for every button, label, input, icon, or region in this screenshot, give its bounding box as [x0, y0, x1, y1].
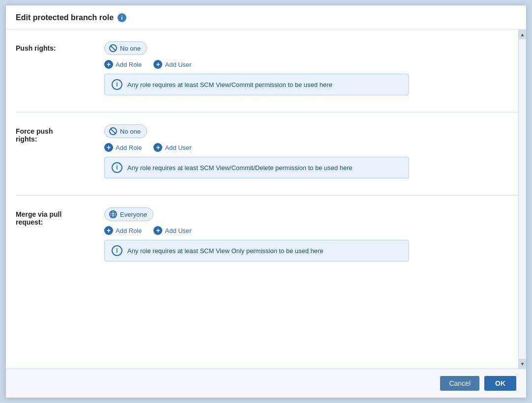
force-push-add-role-label: Add Role [116, 144, 142, 151]
force-push-rights-info-box: i Any role requires at least SCM View/Co… [104, 157, 409, 178]
force-push-rights-section: Force pushrights: No one [16, 113, 518, 196]
edit-protected-branch-dialog: Edit protected branch role i Push rights… [5, 5, 527, 398]
dialog-footer: Cancel OK [6, 369, 526, 398]
force-push-rights-tag-text: No one [120, 128, 141, 135]
merge-info-text: Any role requires at least SCM View Only… [127, 247, 324, 255]
push-rights-no-one-tag[interactable]: No one [104, 41, 147, 55]
merge-add-role-label: Add Role [116, 227, 142, 234]
force-push-rights-label: Force pushrights: [16, 124, 94, 143]
merge-via-pull-request-label: Merge via pullrequest: [16, 207, 94, 226]
everyone-icon [109, 210, 118, 219]
push-rights-add-user-button[interactable]: + Add User [153, 60, 191, 69]
push-rights-add-role-plus-icon: + [104, 60, 113, 69]
force-push-rights-content: No one + Add Role + Add User [104, 124, 518, 178]
svg-line-1 [111, 46, 116, 51]
force-push-rights-info-text: Any role requires at least SCM View/Comm… [127, 164, 353, 172]
dialog-body: Push rights: No one [6, 29, 526, 369]
cancel-button[interactable]: Cancel [440, 376, 479, 391]
merge-via-pull-request-content: Everyone + Add Role + Add User [104, 207, 518, 261]
merge-via-pull-request-tag-row: Everyone [104, 207, 518, 221]
push-rights-add-user-plus-icon: + [153, 60, 162, 69]
push-rights-info-icon: i [112, 79, 122, 90]
push-rights-add-role-label: Add Role [116, 61, 142, 68]
scroll-down-button[interactable]: ▼ [519, 359, 527, 369]
dialog-header: Edit protected branch role i [6, 5, 526, 29]
force-push-rights-no-one-tag[interactable]: No one [104, 124, 147, 138]
merge-via-pull-request-section: Merge via pullrequest: [16, 196, 518, 278]
force-push-rights-info-icon: i [112, 162, 122, 173]
merge-add-user-button[interactable]: + Add User [153, 226, 191, 235]
force-push-add-user-plus-icon: + [153, 143, 162, 152]
push-rights-info-box: i Any role requires at least SCM View/Co… [104, 74, 409, 95]
scrollbar: ▲ ▼ [518, 29, 526, 369]
svg-line-3 [111, 129, 116, 134]
push-rights-tag-row: No one [104, 41, 518, 55]
ok-button[interactable]: OK [484, 376, 516, 391]
push-rights-info-text: Any role requires at least SCM View/Comm… [127, 81, 332, 88]
merge-everyone-tag[interactable]: Everyone [104, 207, 153, 221]
force-push-rights-add-role-button[interactable]: + Add Role [104, 143, 142, 152]
dialog-title: Edit protected branch role [16, 13, 114, 22]
force-push-rights-add-user-button[interactable]: + Add User [153, 143, 191, 152]
push-rights-actions: + Add Role + Add User [104, 60, 518, 69]
merge-add-user-plus-icon: + [153, 226, 162, 235]
push-rights-add-user-label: Add User [165, 61, 191, 68]
scroll-up-button[interactable]: ▲ [519, 29, 527, 39]
title-info-icon[interactable]: i [118, 13, 126, 22]
merge-add-role-plus-icon: + [104, 226, 113, 235]
merge-via-pull-request-actions: + Add Role + Add User [104, 226, 518, 235]
merge-add-role-button[interactable]: + Add Role [104, 226, 142, 235]
merge-everyone-tag-text: Everyone [120, 211, 147, 218]
push-rights-section: Push rights: No one [16, 29, 518, 113]
merge-via-pull-request-info-box: i Any role requires at least SCM View On… [104, 240, 409, 261]
force-push-rights-actions: + Add Role + Add User [104, 143, 518, 152]
merge-add-user-label: Add User [165, 227, 191, 234]
no-one-icon [109, 44, 118, 53]
no-one-icon-2 [109, 127, 118, 136]
force-push-add-role-plus-icon: + [104, 143, 113, 152]
force-push-rights-tag-row: No one [104, 124, 518, 138]
push-rights-content: No one + Add Role + Add User [104, 41, 518, 95]
push-rights-label: Push rights: [16, 41, 94, 52]
force-push-add-user-label: Add User [165, 144, 191, 151]
push-rights-add-role-button[interactable]: + Add Role [104, 60, 142, 69]
push-rights-tag-text: No one [120, 45, 141, 52]
merge-info-icon: i [112, 245, 122, 256]
